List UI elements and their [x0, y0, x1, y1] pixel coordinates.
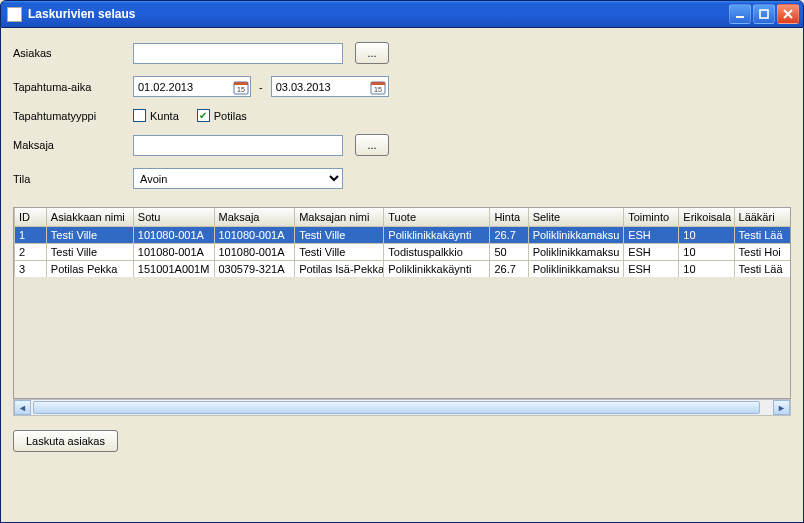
- col-header-laakari[interactable]: Lääkäri: [734, 208, 791, 227]
- cell-maksaja: 101080-001A: [214, 227, 295, 244]
- cell-sotu: 101080-001A: [133, 227, 214, 244]
- cell-asiakkaan_nimi: Testi Ville: [46, 227, 133, 244]
- tapahtumatyyppi-label: Tapahtumatyyppi: [13, 110, 133, 122]
- cell-toiminto: ESH: [624, 244, 679, 261]
- cell-hinta: 50: [490, 244, 528, 261]
- maximize-button[interactable]: [753, 4, 775, 24]
- col-header-erikoisala[interactable]: Erikoisala: [679, 208, 734, 227]
- svg-text:15: 15: [237, 86, 245, 93]
- col-header-tuote[interactable]: Tuote: [384, 208, 490, 227]
- checkbox-box-icon: ✔: [197, 109, 210, 122]
- cell-laakari: Testi Lää: [734, 227, 791, 244]
- asiakas-input[interactable]: [133, 43, 343, 64]
- cell-id: 1: [15, 227, 47, 244]
- tila-label: Tila: [13, 173, 133, 185]
- cell-toiminto: ESH: [624, 261, 679, 278]
- col-header-maksaja[interactable]: Maksaja: [214, 208, 295, 227]
- cell-erikoisala: 10: [679, 227, 734, 244]
- cell-maksaja: 030579-321A: [214, 261, 295, 278]
- svg-rect-0: [736, 16, 744, 18]
- horizontal-scrollbar[interactable]: ◄ ►: [13, 399, 791, 416]
- cell-erikoisala: 10: [679, 261, 734, 278]
- table-row[interactable]: 1Testi Ville101080-001A101080-001ATesti …: [15, 227, 792, 244]
- cell-maksajan_nimi: Testi Ville: [295, 227, 384, 244]
- table-row[interactable]: 3Potilas Pekka151001A001M030579-321APoti…: [15, 261, 792, 278]
- checkbox-box-icon: [133, 109, 146, 122]
- svg-text:15: 15: [374, 86, 382, 93]
- col-header-id[interactable]: ID: [15, 208, 47, 227]
- cell-maksaja: 101080-001A: [214, 244, 295, 261]
- col-header-hinta[interactable]: Hinta: [490, 208, 528, 227]
- svg-rect-6: [371, 82, 385, 85]
- scroll-left-arrow-icon[interactable]: ◄: [14, 400, 31, 415]
- cell-tuote: Poliklinikkakäynti: [384, 261, 490, 278]
- tila-select[interactable]: Avoin: [133, 168, 343, 189]
- laskuta-asiakas-button[interactable]: Laskuta asiakas: [13, 430, 118, 452]
- maksaja-input[interactable]: [133, 135, 343, 156]
- maksaja-label: Maksaja: [13, 139, 133, 151]
- cell-sotu: 151001A001M: [133, 261, 214, 278]
- table-header-row: ID Asiakkaan nimi Sotu Maksaja Maksajan …: [15, 208, 792, 227]
- cell-toiminto: ESH: [624, 227, 679, 244]
- cell-hinta: 26.7: [490, 261, 528, 278]
- svg-rect-3: [234, 82, 248, 85]
- table-empty-area: [14, 277, 790, 398]
- potilas-checkbox[interactable]: ✔ Potilas: [197, 109, 247, 122]
- cell-hinta: 26.7: [490, 227, 528, 244]
- scrollbar-track[interactable]: [31, 400, 773, 415]
- col-header-sotu[interactable]: Sotu: [133, 208, 214, 227]
- calendar-icon[interactable]: 15: [370, 78, 387, 95]
- cell-tuote: Poliklinikkakäynti: [384, 227, 490, 244]
- kunta-checkbox-label: Kunta: [150, 110, 179, 122]
- close-button[interactable]: [777, 4, 799, 24]
- asiakas-label: Asiakas: [13, 47, 133, 59]
- cell-asiakkaan_nimi: Potilas Pekka: [46, 261, 133, 278]
- cell-tuote: Todistuspalkkio: [384, 244, 490, 261]
- col-header-toiminto[interactable]: Toiminto: [624, 208, 679, 227]
- scroll-right-arrow-icon[interactable]: ►: [773, 400, 790, 415]
- col-header-maksajan-nimi[interactable]: Maksajan nimi: [295, 208, 384, 227]
- col-header-asiakkaan-nimi[interactable]: Asiakkaan nimi: [46, 208, 133, 227]
- tapahtuma-aika-label: Tapahtuma-aika: [13, 81, 133, 93]
- cell-selite: Poliklinikkamaksu: [528, 244, 624, 261]
- cell-selite: Poliklinikkamaksu: [528, 227, 624, 244]
- cell-maksajan_nimi: Testi Ville: [295, 244, 384, 261]
- window-titlebar: Laskurivien selaus: [0, 0, 804, 28]
- svg-rect-1: [760, 10, 768, 18]
- table-row[interactable]: 2Testi Ville101080-001A101080-001ATesti …: [15, 244, 792, 261]
- calendar-icon[interactable]: 15: [232, 78, 249, 95]
- cell-maksajan_nimi: Potilas Isä-Pekka: [295, 261, 384, 278]
- cell-erikoisala: 10: [679, 244, 734, 261]
- cell-sotu: 101080-001A: [133, 244, 214, 261]
- kunta-checkbox[interactable]: Kunta: [133, 109, 179, 122]
- asiakas-lookup-button[interactable]: ...: [355, 42, 389, 64]
- window-title: Laskurivien selaus: [28, 7, 729, 21]
- cell-id: 3: [15, 261, 47, 278]
- maksaja-lookup-button[interactable]: ...: [355, 134, 389, 156]
- minimize-button[interactable]: [729, 4, 751, 24]
- cell-laakari: Testi Lää: [734, 261, 791, 278]
- cell-selite: Poliklinikkamaksu: [528, 261, 624, 278]
- results-table: ID Asiakkaan nimi Sotu Maksaja Maksajan …: [13, 207, 791, 399]
- col-header-selite[interactable]: Selite: [528, 208, 624, 227]
- cell-asiakkaan_nimi: Testi Ville: [46, 244, 133, 261]
- cell-laakari: Testi Hoi: [734, 244, 791, 261]
- scrollbar-thumb[interactable]: [33, 401, 760, 414]
- app-icon: [7, 7, 22, 22]
- cell-id: 2: [15, 244, 47, 261]
- potilas-checkbox-label: Potilas: [214, 110, 247, 122]
- date-range-separator: -: [259, 81, 263, 93]
